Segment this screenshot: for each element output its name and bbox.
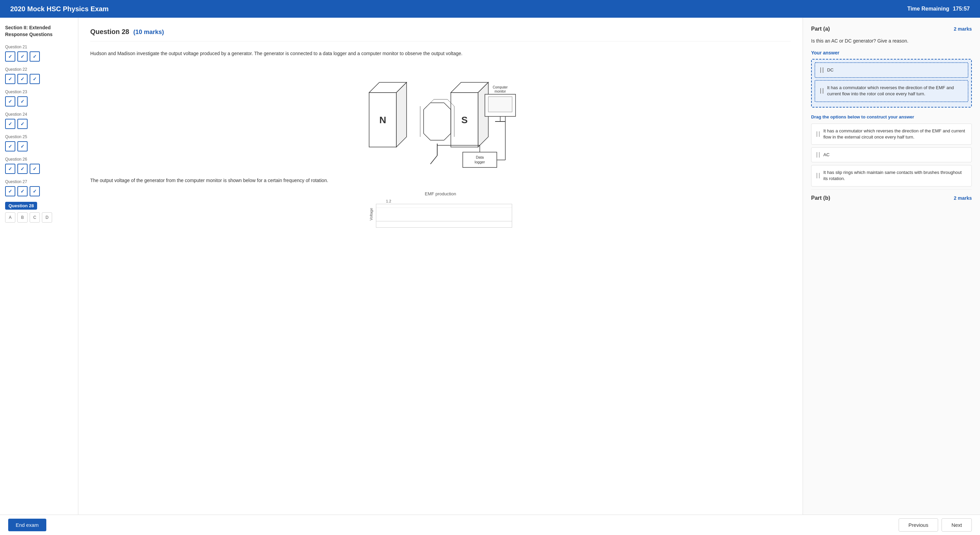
check-21-2[interactable] <box>18 51 28 62</box>
timer-label: Time Remaining <box>907 6 949 11</box>
answer-drop-zone[interactable]: DC It has a commutator which reverses th… <box>811 59 972 108</box>
sub-q-a[interactable]: A <box>5 213 15 222</box>
check-24-2[interactable] <box>18 119 28 129</box>
check-26-3[interactable] <box>30 164 40 174</box>
graph-y-label: Voltage <box>369 208 373 221</box>
question-checks-26 <box>5 164 73 174</box>
drag-handle-option-3 <box>816 173 820 178</box>
content-area: Question 28 (10 marks) Hudson and Madiso… <box>78 18 980 514</box>
question-panel: Question 28 (10 marks) Hudson and Madiso… <box>78 18 803 514</box>
question-group-label-26: Question 26 <box>5 157 73 162</box>
part-b-header: Part (b) 2 marks <box>811 189 972 201</box>
check-22-3[interactable] <box>30 74 40 84</box>
next-button[interactable]: Next <box>942 518 972 532</box>
sub-q-b[interactable]: B <box>18 213 28 222</box>
placed-answer-1-text: DC <box>827 67 834 73</box>
drag-option-1[interactable]: It has a commutator which reverses the d… <box>811 124 972 144</box>
question-group-label-27: Question 27 <box>5 179 73 184</box>
graph-section: EMF production Voltage 1.2 <box>90 191 791 229</box>
question-group-27: Question 27 <box>5 179 73 196</box>
main-layout: Section II: Extended Response Questions … <box>0 18 980 514</box>
check-25-2[interactable] <box>18 141 28 151</box>
footer-right: Previous Next <box>899 518 972 532</box>
drag-option-2-text: AC <box>823 152 829 158</box>
question-group-label-21: Question 21 <box>5 44 73 49</box>
sub-question-nav: A B C D <box>5 213 73 222</box>
timer-display: Time Remaining 175:57 <box>907 6 970 12</box>
app-title: 2020 Mock HSC Physics Exam <box>10 5 109 13</box>
svg-text:N: N <box>379 115 386 125</box>
svg-text:S: S <box>461 115 468 125</box>
part-a-header: Part (a) 2 marks <box>811 26 972 32</box>
timer-value: 175:57 <box>953 6 970 11</box>
question-header: Question 28 (10 marks) <box>90 28 791 41</box>
generator-diagram: N S <box>90 65 791 171</box>
question-number: Question 28 <box>90 28 129 36</box>
drag-option-1-text: It has a commutator which reverses the d… <box>823 128 967 140</box>
sidebar-title: Section II: Extended Response Questions <box>5 24 73 38</box>
svg-line-10 <box>444 103 451 110</box>
question-group-23: Question 23 <box>5 89 73 106</box>
check-21-3[interactable] <box>30 51 40 62</box>
svg-line-22 <box>430 156 437 164</box>
question-group-label-23: Question 23 <box>5 89 73 94</box>
check-24-1[interactable] <box>5 119 15 129</box>
end-exam-button[interactable]: End exam <box>8 519 46 531</box>
question-group-21: Question 21 <box>5 44 73 62</box>
drag-handle-1 <box>820 67 824 73</box>
footer: End exam Previous Next <box>0 514 980 535</box>
svg-rect-32 <box>488 97 512 112</box>
sub-q-c[interactable]: C <box>30 213 40 222</box>
part-a-label: Part (a) <box>811 26 830 32</box>
question-group-25: Question 25 <box>5 135 73 151</box>
check-26-1[interactable] <box>5 164 15 174</box>
check-27-1[interactable] <box>5 186 15 196</box>
check-27-2[interactable] <box>18 186 28 196</box>
question-group-label-25: Question 25 <box>5 135 73 139</box>
check-22-2[interactable] <box>18 74 28 84</box>
question-intro-text: Hudson and Madison investigate the outpu… <box>90 50 791 57</box>
svg-text:logger: logger <box>474 160 485 164</box>
check-23-2[interactable] <box>18 96 28 106</box>
check-26-2[interactable] <box>18 164 28 174</box>
drag-handle-option-1 <box>816 131 820 137</box>
drag-option-2[interactable]: AC <box>811 148 972 162</box>
question-checks-24 <box>5 119 73 129</box>
svg-marker-3 <box>396 83 407 147</box>
check-27-3[interactable] <box>30 186 40 196</box>
drag-instructions: Drag the options below to construct your… <box>811 114 972 119</box>
question-checks-21 <box>5 51 73 62</box>
current-question-badge[interactable]: Question 28 <box>5 202 37 210</box>
part-a-question: Is this an AC or DC generator? Give a re… <box>811 37 972 44</box>
graph-y-value: 1.2 <box>386 199 512 203</box>
question-checks-27 <box>5 186 73 196</box>
check-23-1[interactable] <box>5 96 15 106</box>
question-marks: (10 marks) <box>133 29 164 36</box>
check-22-1[interactable] <box>5 74 15 84</box>
graph-title: EMF production <box>90 191 791 196</box>
placed-answer-2[interactable]: It has a commutator which reverses the d… <box>815 80 969 102</box>
drag-option-3-text: It has slip rings which maintain same co… <box>823 170 967 182</box>
previous-button[interactable]: Previous <box>899 518 938 532</box>
question-checks-23 <box>5 96 73 106</box>
footer-left: End exam <box>8 519 46 531</box>
part-a-marks: 2 marks <box>954 26 972 32</box>
drag-option-3[interactable]: It has slip rings which maintain same co… <box>811 165 972 186</box>
placed-answer-1[interactable]: DC <box>815 62 969 78</box>
your-answer-label: Your answer <box>811 50 972 56</box>
check-21-1[interactable] <box>5 51 15 62</box>
question-checks-25 <box>5 141 73 151</box>
generator-svg: N S <box>359 65 522 171</box>
placed-answer-2-text: It has a commutator which reverses the d… <box>827 85 963 97</box>
svg-text:monitor: monitor <box>495 89 506 93</box>
check-25-1[interactable] <box>5 141 15 151</box>
answer-panel: Part (a) 2 marks Is this an AC or DC gen… <box>803 18 980 514</box>
question-group-label-22: Question 22 <box>5 67 73 72</box>
question-group-22: Question 22 <box>5 67 73 84</box>
part-b-label: Part (b) <box>811 195 830 201</box>
drag-handle-2 <box>820 88 824 94</box>
part-b-marks: 2 marks <box>954 195 972 201</box>
svg-line-12 <box>444 133 451 140</box>
sub-q-d[interactable]: D <box>42 213 52 222</box>
output-text: The output voltage of the generator from… <box>90 178 791 183</box>
